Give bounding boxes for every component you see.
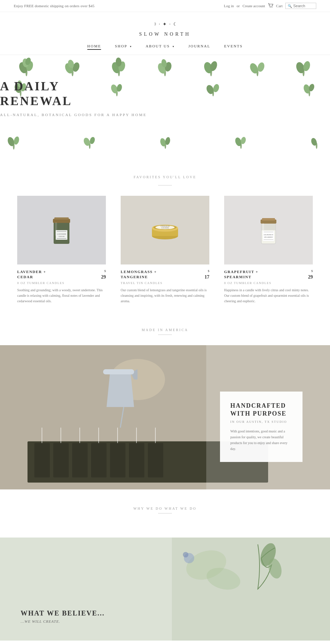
svg-rect-94 (148, 443, 163, 477)
svg-point-0 (270, 7, 271, 8)
plant-decoration (310, 131, 323, 150)
svg-text:LAVENDER: LAVENDER (57, 233, 66, 235)
svg-rect-91 (91, 443, 107, 477)
product-header: LEMONGRASS + TANGERINE $ 17 (121, 269, 209, 280)
hero-section: A DAILY RENEWAL ALL-NATURAL, BOTANICAL G… (0, 55, 330, 151)
product-category: 8 OZ TUMBLER CANDLES (224, 281, 313, 285)
product-header: GRAPEFRUIT + SPEARMINT $ 29 (224, 269, 313, 280)
svg-rect-86 (103, 369, 134, 374)
made-in-america-section: MADE IN AMERICA (0, 314, 330, 335)
chevron-down-icon: ▾ (130, 45, 132, 48)
svg-rect-90 (72, 443, 88, 477)
favorites-section: FAVORITES YOU'LL LOVE (0, 151, 330, 185)
plant-decoration (7, 131, 21, 151)
logo-section: ☽ · ✦ · ☾ SLOW NORTH (0, 12, 330, 41)
svg-text:SPEARMINT: SPEARMINT (264, 236, 273, 238)
product-price: $ 29 (308, 269, 313, 280)
login-link[interactable]: Log in (224, 4, 234, 8)
svg-rect-64 (55, 222, 57, 236)
top-bar-actions: Log in or Create account Cart 🔍 (224, 3, 316, 9)
product-image: LEMONGRASS TANGERINE (121, 196, 209, 264)
chevron-down-icon: ▾ (173, 45, 175, 48)
logo-text[interactable]: SLOW NORTH (0, 32, 330, 37)
craft-description: With good intentions, good music and a p… (230, 428, 292, 452)
cart-icon[interactable] (268, 3, 273, 9)
candle-image: GRAPEFRUIT SPEARMINT (256, 213, 280, 247)
craft-subtitle: IN OUR AUSTIN, TX STUDIO (230, 420, 292, 423)
candle-image: LAVENDER CEDAR (50, 211, 74, 249)
product-name: LAVENDER + CEDAR (17, 269, 46, 280)
product-category: 8 OZ TUMBLER CANDLES (17, 281, 106, 285)
product-description: Soothing and grounding; with a woody, sw… (17, 287, 106, 304)
believe-title: WHAT WE BELIEVE... (21, 609, 104, 617)
craft-section: HANDCRAFTED WITH PURPOSE IN OUR AUSTIN, … (0, 345, 330, 489)
made-title: MADE IN AMERICA (0, 328, 330, 332)
svg-rect-59 (56, 230, 67, 240)
promo-text: Enjoy FREE domestic shipping on orders o… (14, 4, 95, 8)
believe-illustration (0, 538, 330, 641)
product-price: $ 17 (205, 269, 209, 280)
nav-about-us[interactable]: ABOUT US ▾ (146, 44, 175, 50)
svg-text:GRAPEFRUIT: GRAPEFRUIT (264, 234, 273, 236)
svg-rect-110 (0, 538, 172, 641)
nav-home[interactable]: HOME (87, 44, 101, 50)
product-description: Happiness in a candle with lively citrus… (224, 287, 313, 304)
search-box[interactable]: 🔍 (285, 3, 316, 9)
product-description: Our custom blend of lemongrass and tange… (121, 287, 209, 304)
plant-decoration (83, 131, 96, 150)
svg-point-1 (272, 7, 272, 8)
search-input[interactable] (293, 4, 314, 8)
product-card[interactable]: LEMONGRASS TANGERINE LEMONGRASS + TANGER… (121, 196, 209, 304)
main-nav: HOME SHOP ▾ ABOUT US ▾ JOURNAL EVENTS (0, 41, 330, 55)
top-bar: Enjoy FREE domestic shipping on orders o… (0, 0, 330, 12)
svg-text:CEDAR: CEDAR (59, 236, 65, 237)
nav-shop[interactable]: SHOP ▾ (115, 44, 132, 50)
products-grid: LAVENDER CEDAR LAVENDER + CEDAR $ 29 8 O… (0, 196, 330, 304)
product-category: TRAVEL TIN CANDLES (121, 281, 209, 285)
product-image: GRAPEFRUIT SPEARMINT (224, 196, 313, 264)
candle-image: LEMONGRASS TANGERINE (150, 218, 180, 242)
nav-journal[interactable]: JOURNAL (188, 44, 210, 50)
plant-decoration (159, 131, 172, 150)
svg-rect-82 (264, 239, 273, 240)
product-name: LEMONGRASS + TANGERINE (121, 269, 157, 280)
search-icon: 🔍 (288, 4, 292, 8)
svg-rect-76 (262, 218, 275, 221)
svg-rect-93 (129, 443, 144, 477)
svg-rect-79 (264, 232, 273, 232)
product-card[interactable]: LAVENDER CEDAR LAVENDER + CEDAR $ 29 8 O… (17, 196, 106, 304)
craft-overlay: HANDCRAFTED WITH PURPOSE IN OUR AUSTIN, … (220, 392, 302, 462)
svg-rect-89 (53, 443, 69, 477)
product-name: GRAPEFRUIT + SPEARMINT (224, 269, 258, 280)
cart-label[interactable]: Cart (276, 4, 283, 8)
svg-rect-88 (34, 443, 50, 477)
why-section: WHY WE DO WHAT WE DO (0, 489, 330, 531)
svg-point-107 (183, 552, 188, 557)
logo-icon: ☽ · ✦ · ☾ (0, 19, 330, 31)
or-text: or (236, 4, 240, 8)
believe-section: WHAT WE BELIEVE... ...WE WILL CREATE. (0, 538, 330, 641)
hero-subtitle: ALL-NATURAL, BOTANICAL GOODS FOR A HAPPY… (0, 113, 330, 117)
svg-rect-83 (262, 223, 264, 235)
craft-title: HANDCRAFTED WITH PURPOSE (230, 402, 292, 418)
believe-text: WHAT WE BELIEVE... ...WE WILL CREATE. (21, 609, 104, 623)
product-image: LAVENDER CEDAR (17, 196, 106, 264)
product-header: LAVENDER + CEDAR $ 29 (17, 269, 106, 280)
section-divider (158, 513, 172, 513)
product-card[interactable]: GRAPEFRUIT SPEARMINT GRAPEFRUIT + SPEARM… (224, 196, 313, 304)
svg-point-73 (157, 226, 163, 228)
favorites-label: FAVORITES YOU'LL LOVE (0, 165, 330, 182)
create-account-link[interactable]: Create account (242, 4, 265, 8)
svg-rect-58 (54, 217, 69, 219)
why-title: WHY WE DO WHAT WE DO (0, 507, 330, 510)
plant-decoration (234, 131, 248, 150)
svg-rect-63 (57, 238, 66, 239)
svg-text:TANGERINE: TANGERINE (161, 227, 169, 229)
nav-events[interactable]: EVENTS (224, 44, 243, 50)
product-price: $ 29 (101, 269, 106, 280)
hero-title: A DAILY RENEWAL (0, 79, 330, 109)
section-divider (158, 185, 172, 185)
section-divider (158, 335, 172, 335)
svg-rect-92 (110, 443, 125, 477)
believe-background (0, 538, 330, 641)
